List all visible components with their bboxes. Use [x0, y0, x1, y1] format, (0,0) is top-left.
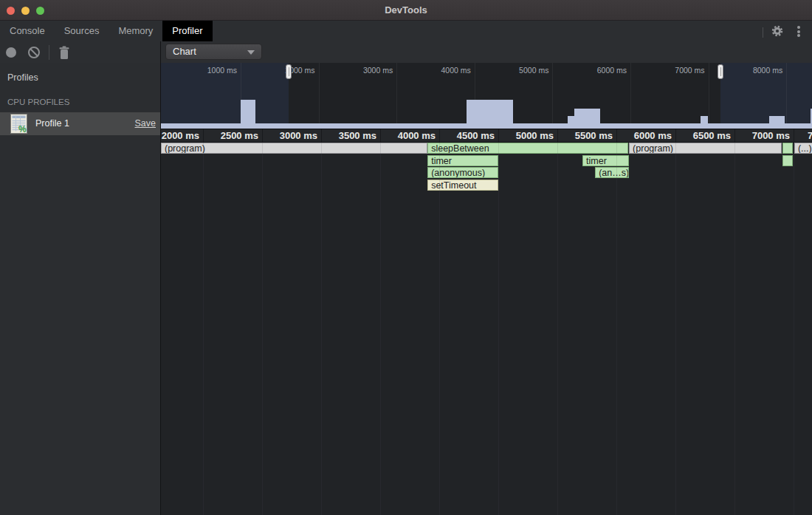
cpu-profiles-section-label: CPU PROFILES	[7, 98, 69, 106]
overview-grid-line	[630, 63, 631, 129]
ruler-tick	[203, 129, 204, 142]
grid-line-overlay	[734, 143, 735, 515]
flame-chart-pane: 1000 ms2000 ms3000 ms4000 ms5000 ms6000 …	[161, 63, 812, 515]
ruler-tick	[262, 129, 263, 142]
overview-tick-label: 5000 ms	[498, 66, 548, 75]
flame-bar[interactable]	[782, 143, 793, 154]
overview-tick-label: 6000 ms	[576, 66, 627, 75]
profile-list: %Profile 1Save	[0, 112, 160, 135]
overview-activity-bar	[701, 116, 708, 123]
flame-bar[interactable]	[782, 155, 793, 166]
ruler-tick-label: 4000 ms	[386, 129, 436, 142]
view-mode-value: Chart	[173, 46, 196, 57]
grid-line-overlay	[203, 143, 204, 515]
title-bar: DevTools	[0, 0, 812, 21]
overview-activity-bar	[241, 100, 255, 123]
ruler-tick-label: 6000 ms	[622, 129, 672, 142]
ruler-tick-label: 6500 ms	[681, 129, 731, 142]
toolbar-divider	[49, 45, 49, 60]
grid-line-overlay	[616, 143, 617, 515]
svg-text:%: %	[18, 124, 27, 134]
grid-line-overlay	[498, 143, 499, 515]
window-title: DevTools	[0, 0, 812, 21]
profile-name: Profile 1	[35, 112, 69, 135]
tab-memory[interactable]: Memory	[109, 21, 162, 41]
ruler-tick	[439, 129, 440, 142]
profiles-sidebar: Profiles CPU PROFILES %Profile 1Save	[0, 63, 160, 515]
overview-tick-label: 1000 ms	[186, 66, 237, 75]
sidebar-split-divider[interactable]	[160, 41, 161, 515]
overview-tick-label: 8000 ms	[732, 66, 782, 75]
grid-line-overlay	[794, 143, 794, 515]
flame-bar-anonymous[interactable]: (anonymous)	[427, 167, 498, 178]
flame-bar-[interactable]: (...)	[794, 143, 812, 154]
tab-profiler[interactable]: Profiler	[162, 21, 212, 41]
flame-bar-timer[interactable]: timer	[582, 155, 629, 166]
menu-kebab-icon[interactable]	[797, 26, 800, 37]
grid-line-overlay	[439, 143, 440, 515]
ruler-tick	[794, 129, 794, 142]
ruler-tick-label: 3000 ms	[268, 129, 317, 142]
profiler-toolbar: Chart	[0, 41, 812, 63]
overview-tick-label: 7000 ms	[654, 66, 705, 75]
clear-button[interactable]	[28, 47, 40, 58]
grid-line-overlay	[380, 143, 381, 515]
flame-bar-sleepBetween[interactable]: sleepBetween	[427, 143, 628, 154]
ruler-tick-label: 2000 ms	[161, 129, 199, 142]
chevron-down-icon	[247, 50, 255, 55]
overview-activity-bar	[467, 100, 513, 123]
sidebar-header: Profiles	[7, 72, 38, 83]
overview-grid-line	[709, 63, 709, 129]
overview-activity-bar	[769, 116, 785, 123]
grid-line-overlay	[321, 143, 322, 515]
flame-bar-program[interactable]: (program)	[629, 143, 782, 154]
tab-bar: ConsoleSourcesMemoryProfiler	[0, 21, 812, 41]
overview-grid-line	[396, 63, 397, 129]
grid-line-overlay	[557, 143, 558, 515]
ruler-tick	[557, 129, 558, 142]
overview-tick-label: 3000 ms	[342, 66, 393, 75]
grid-line-overlay	[262, 143, 263, 515]
flame-chart-body[interactable]: (program)sleepBetween(program)(...)timer…	[161, 143, 812, 515]
ruler-tick-label: 7500 ms	[808, 129, 812, 142]
overview-activity-bar	[574, 109, 600, 123]
flame-bar-timer[interactable]: timer	[427, 155, 498, 166]
flame-bar-program[interactable]: (program)	[161, 143, 427, 154]
ruler-tick-label: 5500 ms	[563, 129, 613, 142]
record-button[interactable]	[6, 47, 16, 58]
delete-profile-icon[interactable]	[58, 46, 70, 63]
overview-grid-line	[319, 63, 320, 129]
overview-grid-line	[786, 63, 787, 129]
tab-console[interactable]: Console	[0, 21, 55, 41]
flame-bar-ans[interactable]: (an…s)	[595, 167, 629, 178]
overview-activity-bar	[568, 116, 574, 123]
ruler-tick	[616, 129, 617, 142]
selection-handle-right[interactable]	[718, 64, 723, 79]
ruler-tick	[498, 129, 499, 142]
ruler-tick-label: 7000 ms	[740, 129, 790, 142]
ruler-tick	[734, 129, 735, 142]
overview-grid-line	[552, 63, 553, 129]
ruler-tick	[675, 129, 676, 142]
selection-handle-left[interactable]	[286, 64, 292, 79]
tab-strip: ConsoleSourcesMemoryProfiler	[0, 21, 213, 41]
tabbar-divider	[763, 27, 763, 38]
overview-baseline-strip	[161, 123, 812, 129]
overview-tick-label: 4000 ms	[420, 66, 471, 75]
cpu-profile-icon: %	[10, 114, 27, 137]
view-mode-select[interactable]: Chart	[165, 44, 262, 60]
grid-line-overlay	[675, 143, 676, 515]
flame-bar-setTimeout[interactable]: setTimeout	[427, 180, 498, 191]
overview-pane[interactable]: 1000 ms2000 ms3000 ms4000 ms5000 ms6000 …	[161, 63, 812, 129]
ruler-tick-label: 5000 ms	[504, 129, 554, 142]
ruler-tick-label: 3500 ms	[327, 129, 376, 142]
settings-gear-icon[interactable]	[771, 24, 784, 38]
ruler-tick	[380, 129, 381, 142]
tab-sources[interactable]: Sources	[55, 21, 109, 41]
ruler-tick-label: 2500 ms	[209, 129, 258, 142]
profile-item[interactable]: %Profile 1Save	[0, 112, 160, 135]
timeline-ruler: 2000 ms2500 ms3000 ms3500 ms4000 ms4500 …	[161, 129, 812, 143]
save-link[interactable]: Save	[135, 112, 156, 135]
ruler-tick	[321, 129, 322, 142]
ruler-tick-label: 4500 ms	[445, 129, 495, 142]
